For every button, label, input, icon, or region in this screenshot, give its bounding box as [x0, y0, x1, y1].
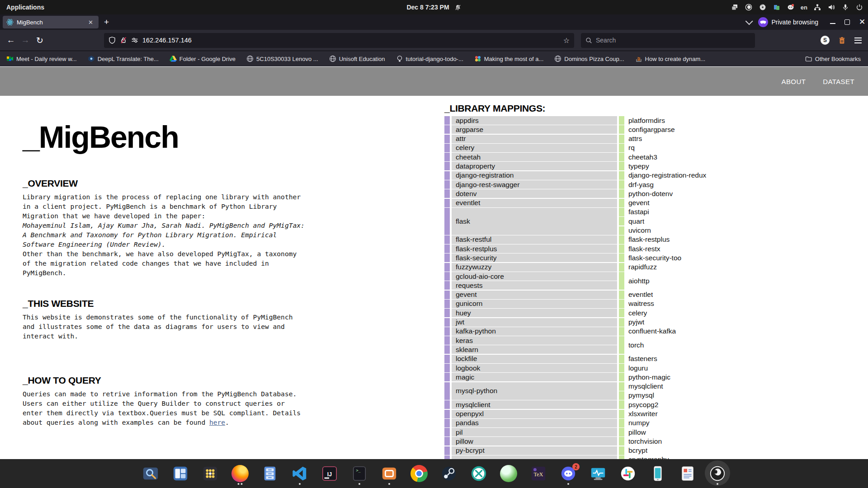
mapping-target-item[interactable]: pillow [619, 428, 868, 436]
applications-menu[interactable]: Applications [6, 4, 44, 11]
mapping-target-item[interactable]: eventlet [619, 291, 868, 299]
mapping-source-item[interactable]: flask-restplus [444, 244, 617, 253]
dock-app-latex[interactable]: TeX [529, 462, 547, 485]
dock-app-discord[interactable]: 2 [559, 462, 577, 485]
extension-s-icon[interactable]: S [821, 36, 830, 45]
search-input[interactable] [596, 37, 750, 44]
nav-about[interactable]: ABOUT [782, 78, 806, 85]
mapping-target-item[interactable]: torchvision [619, 437, 868, 446]
mapping-source-item[interactable]: huey [444, 309, 617, 317]
mapping-target-item[interactable]: bcrypt [619, 446, 868, 455]
mapping-target-item[interactable]: platformdirs [619, 116, 868, 125]
mapping-source-item[interactable]: eventlet [444, 199, 617, 207]
bookmark-item[interactable]: tutorial-django-todo-... [396, 55, 463, 62]
dock-app-phone[interactable] [649, 462, 667, 485]
dock-app-slack[interactable] [619, 462, 637, 485]
dock-app-steam[interactable] [440, 462, 458, 485]
dock-app-app-grid[interactable] [201, 462, 219, 485]
windows-app-icon[interactable] [773, 3, 781, 11]
mapping-source-item[interactable]: dotenv [444, 189, 617, 198]
language-indicator[interactable]: en [801, 4, 807, 11]
dock-app-firefox[interactable] [231, 462, 249, 485]
menu-button[interactable] [854, 38, 862, 43]
mapping-target-item[interactable]: pymysql [619, 391, 868, 400]
bookmark-item[interactable]: Meet - Daily review w... [6, 55, 77, 62]
dock-app-teal-x-app[interactable] [470, 462, 488, 485]
window-minimize-button[interactable] [830, 19, 835, 25]
bookmark-item[interactable]: Folder - Google Drive [170, 55, 236, 62]
list-tabs-chevron-icon[interactable] [745, 17, 753, 25]
new-tab-button[interactable]: + [104, 17, 109, 27]
forward-button[interactable]: → [18, 35, 33, 45]
bookmark-item[interactable]: 5C10S30033 Lenovo ... [246, 55, 318, 62]
mapping-target-item[interactable]: mysqlclient [619, 382, 868, 391]
mapping-source-item[interactable]: openpyxl [444, 410, 617, 418]
screenshot-windows-icon[interactable] [731, 3, 739, 11]
mapping-source-item[interactable]: magic [444, 373, 617, 381]
dock-app-vmware[interactable] [380, 462, 398, 485]
bookmark-star-icon[interactable]: ☆ [563, 36, 570, 45]
mapping-source-item[interactable]: django-rest-swagger [444, 180, 617, 189]
mapping-source-item[interactable]: dataproperty [444, 162, 617, 170]
window-close-button[interactable]: ✕ [859, 19, 864, 25]
url-input[interactable] [142, 37, 559, 44]
mapping-target-item[interactable]: confluent-kafka [619, 327, 868, 336]
mapping-target-item[interactable]: fasteners [619, 355, 868, 363]
mapping-source-item[interactable]: cheetah [444, 153, 617, 161]
dock-app-files-search[interactable] [142, 462, 160, 485]
here-link[interactable]: here [209, 418, 225, 426]
microphone-icon[interactable] [841, 3, 849, 11]
mapping-target-item[interactable]: numpy [619, 419, 868, 427]
media-disc-icon[interactable] [759, 3, 767, 11]
mapping-target-item[interactable]: rapidfuzz [619, 263, 868, 272]
mapping-target-item[interactable]: cheetah3 [619, 153, 868, 161]
mapping-source-item[interactable]: kafka-python [444, 327, 617, 336]
dock-app-chrome[interactable] [410, 462, 428, 485]
tab-migbench[interactable]: MigBench ✕ [3, 16, 99, 28]
nav-dataset[interactable]: DATASET [823, 78, 854, 85]
mapping-target-item[interactable]: python-magic [619, 373, 868, 381]
tab-close-icon[interactable]: ✕ [86, 19, 95, 26]
mapping-target-item[interactable]: quart [619, 217, 868, 225]
mapping-source-item[interactable]: jwt [444, 318, 617, 327]
obs-tray-icon[interactable] [745, 3, 753, 11]
bookmark-item[interactable]: Making the most of a... [474, 55, 544, 62]
clock-menu[interactable]: Dec 8 7:23 PM [406, 4, 461, 11]
mapping-target-item[interactable]: psycopg2 [619, 400, 868, 409]
mapping-target-item[interactable]: django-registration-redux [619, 171, 868, 180]
dock-app-notes[interactable] [679, 462, 697, 485]
dock-app-obs[interactable] [708, 462, 726, 485]
mapping-source-item[interactable]: flask-restful [444, 235, 617, 244]
mapping-target-item[interactable]: aiohttp [619, 272, 868, 290]
url-bar[interactable]: ☆ [104, 33, 574, 48]
mapping-source-item[interactable]: gunicorn [444, 300, 617, 308]
permissions-icon[interactable] [131, 37, 138, 44]
dock-app-terminal[interactable]: >_ [350, 462, 368, 485]
search-bar[interactable] [581, 33, 755, 48]
mapping-source-item[interactable]: py-bcrypt [444, 446, 617, 455]
dock-app-file-cabinet[interactable] [261, 462, 279, 485]
mapping-source-item[interactable]: gcloud-aio-core [444, 272, 617, 281]
mapping-target-item[interactable]: rq [619, 144, 868, 152]
mapping-source-item[interactable]: celery [444, 144, 617, 152]
dock-app-green-sphere-app[interactable] [500, 462, 518, 485]
mapping-source-item[interactable]: sklearn [444, 345, 617, 354]
discord-tray-icon[interactable] [787, 3, 795, 11]
mapping-target-item[interactable]: attrs [619, 135, 868, 143]
mapping-target-item[interactable]: typepy [619, 162, 868, 170]
mapping-target-item[interactable]: torch [619, 336, 868, 354]
mapping-source-item[interactable]: gevent [444, 291, 617, 299]
mapping-source-item[interactable]: requests [444, 281, 617, 290]
bookmark-item[interactable]: Dominos Pizza Coup... [554, 55, 624, 62]
mapping-source-item[interactable]: appdirs [444, 116, 617, 125]
mapping-target-item[interactable]: drf-yasg [619, 180, 868, 189]
mapping-target-item[interactable]: configargparse [619, 125, 868, 134]
mapping-target-item[interactable]: pyjwt [619, 318, 868, 327]
mapping-source-item[interactable]: attr [444, 135, 617, 143]
mapping-source-item[interactable]: fuzzywuzzy [444, 263, 617, 272]
mapping-target-item[interactable]: loguru [619, 364, 868, 372]
mapping-source-item[interactable]: django-registration [444, 171, 617, 180]
mapping-source-item[interactable]: lockfile [444, 355, 617, 363]
dock-app-intellij[interactable]: IJ [321, 462, 339, 485]
dock-app-window-tiles[interactable] [171, 462, 189, 485]
